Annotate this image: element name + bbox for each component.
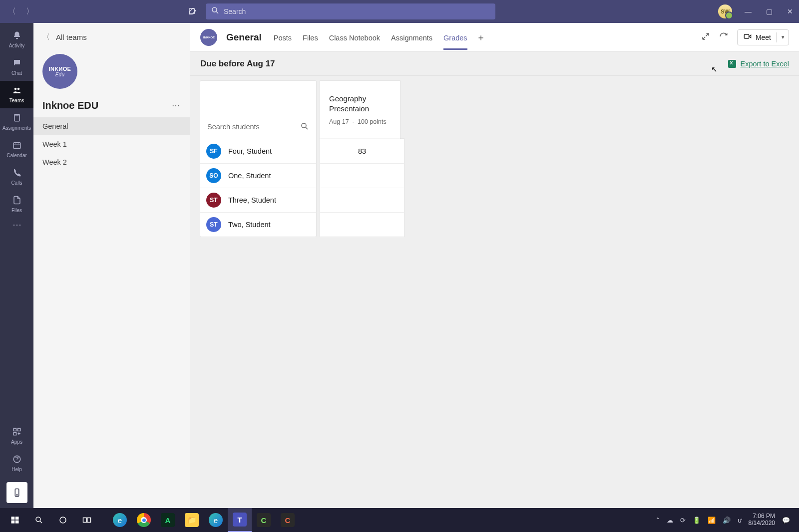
rail-label: Calendar (6, 153, 27, 158)
window-minimize-button[interactable]: — (743, 7, 753, 15)
rail-chat[interactable]: Chat (0, 53, 33, 81)
rail-teams[interactable]: Teams (0, 81, 33, 108)
svg-point-1 (212, 7, 217, 12)
compose-button[interactable] (185, 4, 200, 19)
tray-update-icon[interactable]: ⟳ (680, 517, 686, 524)
start-button[interactable] (3, 508, 27, 532)
rail-apps[interactable]: Apps (0, 422, 33, 450)
export-label: Export to Excel (740, 60, 789, 68)
svg-rect-4 (14, 114, 19, 121)
all-teams-label: All teams (56, 33, 87, 41)
taskbar-app-a[interactable]: A (156, 508, 180, 532)
student-row[interactable]: STTwo, Student (200, 212, 316, 237)
rail-label: Apps (11, 439, 22, 445)
tab-class-notebook[interactable]: Class Notebook (329, 25, 380, 50)
channel-item[interactable]: Week 2 (33, 153, 190, 171)
rail-calls[interactable]: Calls (0, 163, 33, 191)
taskbar-cortana-button[interactable] (51, 508, 75, 532)
chevron-down-icon[interactable]: ▾ (782, 34, 785, 40)
svg-rect-16 (11, 521, 15, 524)
tab-posts[interactable]: Posts (274, 25, 292, 50)
student-row[interactable]: SFFour, Student (200, 139, 316, 163)
rail-activity[interactable]: Activity (0, 26, 33, 53)
main-content: INKИOE General PostsFilesClass NotebookA… (190, 23, 799, 508)
taskbar-taskview-button[interactable] (75, 508, 99, 532)
search-icon (300, 122, 309, 132)
tray-volume-icon[interactable]: 🔊 (723, 517, 731, 524)
rail-assignments[interactable]: Assignments (0, 108, 33, 136)
tray-onedrive-icon[interactable]: ☁ (667, 517, 673, 524)
rail-label: Files (11, 208, 22, 213)
tray-wifi-icon[interactable]: 📶 (708, 517, 716, 524)
svg-rect-7 (17, 428, 20, 431)
grade-cell[interactable] (320, 188, 404, 212)
video-icon (744, 32, 752, 42)
rail-label: Chat (11, 70, 22, 76)
rail-label: Assignments (2, 125, 31, 131)
taskbar-app-explorer[interactable]: 📁 (180, 508, 204, 532)
add-tab-button[interactable]: ＋ (476, 31, 485, 43)
taskbar-app-edge2[interactable]: e (204, 508, 228, 532)
student-row[interactable]: SOOne, Student (200, 163, 316, 188)
svg-rect-5 (13, 143, 20, 149)
rail-more-button[interactable]: ⋯ (12, 219, 21, 230)
expand-icon[interactable] (701, 32, 710, 43)
tray-overflow-icon[interactable]: ˄ (656, 517, 660, 524)
tray-battery-icon[interactable]: 🔋 (693, 517, 701, 524)
teams-icon (12, 86, 21, 96)
cursor-icon: ↖ (711, 65, 718, 74)
taskbar-app-edge[interactable]: e (108, 508, 132, 532)
student-row[interactable]: STThree, Student (200, 188, 316, 212)
taskbar-app-chrome[interactable] (132, 508, 156, 532)
grade-cell[interactable] (320, 163, 404, 188)
channel-item[interactable]: Week 1 (33, 135, 190, 153)
calendar-icon (12, 141, 21, 151)
team-name: Inknoe EDU (42, 100, 98, 111)
rail-help[interactable]: Help (0, 450, 33, 477)
search-input[interactable] (224, 7, 490, 15)
taskbar-app-teams[interactable]: T (228, 508, 252, 532)
nav-back-button[interactable]: 〈 (7, 6, 17, 17)
taskbar-app-camtasia[interactable]: C (252, 508, 276, 532)
taskbar-search-button[interactable] (27, 508, 51, 532)
rail-mobile-button[interactable] (6, 482, 27, 503)
tray-ime-icon[interactable]: ư (738, 517, 742, 524)
channel-item[interactable]: General (33, 117, 190, 135)
rail-files[interactable]: Files (0, 191, 33, 218)
team-logo-sub: Edu (55, 72, 65, 77)
bell-icon (12, 31, 21, 41)
app-rail: Activity Chat Teams Assignments Calendar (0, 23, 33, 508)
team-logo[interactable]: INKИOE Edu (42, 54, 77, 89)
all-teams-link[interactable]: 〈 All teams (33, 23, 190, 51)
svg-rect-21 (87, 518, 91, 523)
svg-rect-6 (13, 428, 16, 431)
tab-files[interactable]: Files (303, 25, 318, 50)
meet-button[interactable]: Meet ▾ (737, 29, 789, 45)
tray-notifications-icon[interactable]: 💬 (782, 517, 790, 524)
rail-calendar[interactable]: Calendar (0, 136, 33, 163)
rail-label: Calls (11, 180, 22, 186)
assignments-icon (12, 113, 21, 124)
search-icon (211, 6, 220, 17)
nav-forward-button[interactable]: 〉 (25, 6, 35, 17)
export-to-excel-link[interactable]: Export to Excel ↖ (728, 60, 789, 68)
grade-cell[interactable] (320, 212, 404, 237)
window-maximize-button[interactable]: ▢ (764, 7, 774, 15)
refresh-icon[interactable] (719, 32, 728, 43)
search-bar[interactable] (206, 3, 495, 19)
search-students[interactable]: Search students (200, 115, 316, 139)
taskbar-app-snagit[interactable]: C (276, 508, 300, 532)
tray-clock[interactable]: 7:06 PM 8/14/2020 (749, 513, 775, 527)
grades-column: 83 (320, 139, 404, 237)
tab-grades[interactable]: Grades (443, 25, 467, 50)
student-avatar: SF (206, 144, 221, 159)
rail-label: Help (11, 467, 22, 472)
assignment-header[interactable]: Geography Presentaion Aug 17 · 100 point… (320, 81, 400, 139)
team-more-button[interactable]: ⋯ (172, 101, 181, 110)
grade-cell[interactable]: 83 (320, 139, 404, 163)
chat-icon (12, 58, 21, 69)
user-avatar[interactable]: SW (718, 4, 732, 18)
window-close-button[interactable]: ✕ (785, 7, 795, 15)
tab-assignments[interactable]: Assignments (391, 25, 432, 50)
team-logo-text: INKИOE (49, 66, 71, 72)
